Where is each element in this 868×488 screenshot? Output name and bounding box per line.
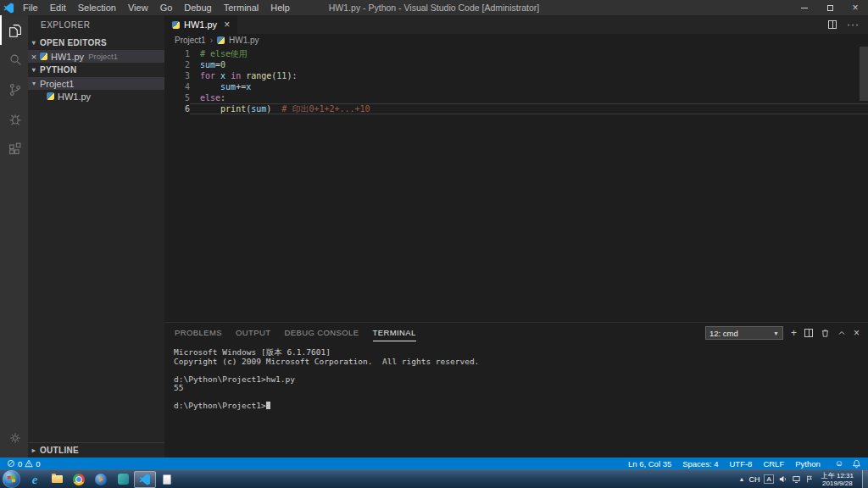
code-token: # 印出0+1+2+...+10 bbox=[281, 104, 370, 114]
minimize-icon bbox=[801, 8, 808, 8]
code-lines: 1 # else使用 2 sum=0 3 for x in range(11): bbox=[164, 48, 868, 114]
action-center-flag-icon[interactable] bbox=[805, 474, 814, 484]
code-token: else bbox=[200, 93, 220, 103]
search-icon[interactable] bbox=[0, 45, 28, 75]
problems-status[interactable]: 0 0 bbox=[7, 459, 41, 469]
kill-terminal-icon[interactable] bbox=[821, 329, 830, 338]
windows-flag-icon bbox=[7, 474, 16, 484]
editor-scrollbar[interactable] bbox=[860, 47, 868, 101]
code-line[interactable]: 5 else: bbox=[164, 92, 868, 103]
panel-tabs: PROBLEMSOUTPUTDEBUG CONSOLETERMINAL bbox=[175, 324, 416, 341]
maximize-button[interactable] bbox=[817, 0, 843, 15]
terminal-prompt: d:\Python\Project1> bbox=[174, 401, 266, 410]
window-controls: × bbox=[792, 0, 868, 15]
chevron-down-icon: ▾ bbox=[28, 39, 40, 47]
ime-mode-indicator[interactable]: A bbox=[764, 474, 773, 484]
close-panel-icon[interactable]: × bbox=[854, 327, 860, 339]
menu-item[interactable]: Help bbox=[264, 0, 296, 15]
breadcrumb-file[interactable]: HW1.py bbox=[229, 36, 259, 45]
status-item[interactable]: UTF-8 bbox=[729, 459, 752, 469]
terminal-output: Microsoft Windows [版本 6.1.7601]Copyright… bbox=[174, 348, 868, 402]
tab-hw1py[interactable]: HW1.py × bbox=[164, 15, 237, 34]
explorer-activity-icon[interactable] bbox=[0, 15, 28, 45]
code-line[interactable]: 1 # else使用 bbox=[164, 48, 868, 59]
line-content: print(sum) # 印出0+1+2+...+10 bbox=[190, 103, 868, 114]
workspace-header[interactable]: ▾ PYTHON bbox=[28, 63, 164, 77]
code-line[interactable]: 6 print(sum) # 印出0+1+2+...+10 bbox=[164, 103, 868, 114]
extensions-icon[interactable] bbox=[0, 134, 28, 164]
menu-item[interactable]: Edit bbox=[44, 0, 72, 15]
python-file-icon bbox=[47, 92, 54, 100]
line-content: sum+=x bbox=[190, 81, 868, 92]
hidden-icons-arrow[interactable]: ▲ bbox=[738, 476, 744, 482]
code-token: sum bbox=[251, 104, 266, 114]
code-line[interactable]: 4 sum+=x bbox=[164, 81, 868, 92]
breadcrumb-folder[interactable]: Project1 bbox=[175, 36, 206, 45]
notepad-icon[interactable] bbox=[156, 471, 178, 488]
show-desktop-button[interactable] bbox=[862, 470, 868, 488]
minimize-button[interactable] bbox=[792, 0, 817, 15]
terminal-selector[interactable]: 12: cmd ▼ bbox=[705, 326, 783, 340]
main-area: EXPLORER ▾ OPEN EDITORS × HW1.py Project… bbox=[0, 15, 868, 458]
notifications-bell-icon[interactable] bbox=[852, 459, 861, 469]
line-number: 1 bbox=[164, 48, 190, 59]
debug-icon[interactable] bbox=[0, 104, 28, 134]
media-player-icon[interactable] bbox=[90, 471, 112, 488]
window-title: HW1.py - Python - Visual Studio Code [Ad… bbox=[329, 3, 539, 13]
code-line[interactable]: 2 sum=0 bbox=[164, 59, 868, 70]
more-actions-icon[interactable]: ··· bbox=[847, 19, 860, 30]
taskbar-clock[interactable]: 上午 12:31 2019/9/28 bbox=[821, 472, 854, 487]
close-editor-icon[interactable]: × bbox=[28, 52, 40, 62]
open-editors-header[interactable]: ▾ OPEN EDITORS bbox=[28, 36, 164, 50]
breadcrumb[interactable]: Project1 › HW1.py bbox=[164, 34, 868, 47]
line-number: 6 bbox=[164, 103, 190, 114]
maximize-panel-icon[interactable] bbox=[837, 329, 846, 337]
terminal-line: 55 bbox=[174, 384, 868, 393]
panel-tab[interactable]: DEBUG CONSOLE bbox=[284, 324, 359, 341]
menu-item[interactable]: File bbox=[17, 0, 44, 15]
code-editor[interactable]: 1 # else使用 2 sum=0 3 for x in range(11): bbox=[164, 47, 868, 322]
outline-header[interactable]: ▸ OUTLINE bbox=[28, 442, 164, 458]
line-content: else: bbox=[190, 92, 868, 103]
split-editor-icon[interactable] bbox=[828, 20, 837, 29]
settings-gear-icon[interactable] bbox=[0, 423, 28, 452]
speaker-icon[interactable] bbox=[778, 474, 787, 484]
paint-icon[interactable] bbox=[112, 471, 134, 488]
panel-tab[interactable]: TERMINAL bbox=[373, 324, 416, 341]
open-editor-filename: HW1.py bbox=[51, 52, 84, 62]
source-control-icon[interactable] bbox=[0, 75, 28, 104]
sidebar-title: EXPLORER bbox=[28, 15, 164, 36]
start-button[interactable] bbox=[3, 470, 20, 488]
status-item[interactable]: Spaces: 4 bbox=[682, 459, 718, 469]
menu-item[interactable]: View bbox=[122, 0, 154, 15]
file-item-hw1py[interactable]: HW1.py bbox=[28, 90, 164, 103]
status-item[interactable]: Ln 6, Col 35 bbox=[628, 459, 671, 469]
code-token: += bbox=[236, 82, 246, 92]
code-line[interactable]: 3 for x in range(11): bbox=[164, 70, 868, 81]
chevron-down-icon: ▾ bbox=[28, 66, 40, 74]
chrome-icon[interactable] bbox=[68, 471, 90, 488]
split-terminal-icon[interactable] bbox=[804, 329, 813, 337]
open-editor-item[interactable]: × HW1.py Project1 bbox=[28, 50, 164, 63]
new-terminal-icon[interactable]: + bbox=[791, 327, 797, 339]
terminal[interactable]: Microsoft Windows [版本 6.1.7601]Copyright… bbox=[164, 343, 868, 458]
line-content: sum=0 bbox=[190, 59, 868, 70]
menu-item[interactable]: Go bbox=[154, 0, 179, 15]
feedback-smiley-icon[interactable]: ☺ bbox=[835, 459, 843, 468]
vscode-taskbar-icon[interactable] bbox=[134, 471, 156, 488]
folder-item-project1[interactable]: ▾ Project1 bbox=[28, 77, 164, 90]
ie-icon[interactable]: e bbox=[24, 471, 46, 488]
menu-item[interactable]: Debug bbox=[178, 0, 217, 15]
network-icon[interactable] bbox=[792, 474, 801, 484]
status-item[interactable]: Python bbox=[795, 459, 821, 469]
panel-tab[interactable]: PROBLEMS bbox=[175, 324, 222, 341]
language-indicator[interactable]: CH bbox=[748, 475, 760, 484]
close-icon: × bbox=[852, 3, 858, 12]
panel-tab[interactable]: OUTPUT bbox=[236, 324, 270, 341]
file-explorer-icon[interactable] bbox=[46, 471, 68, 488]
close-tab-icon[interactable]: × bbox=[224, 19, 230, 30]
menu-item[interactable]: Selection bbox=[72, 0, 122, 15]
close-window-button[interactable]: × bbox=[843, 0, 868, 15]
status-item[interactable]: CRLF bbox=[763, 459, 784, 469]
menu-item[interactable]: Terminal bbox=[218, 0, 265, 15]
